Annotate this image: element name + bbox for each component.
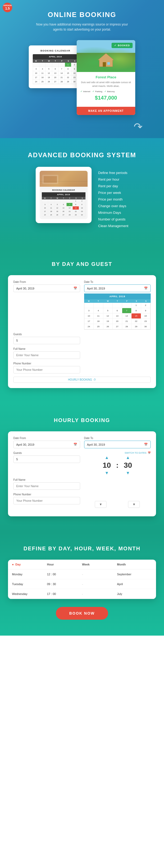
tablet-image-bar [40, 171, 88, 187]
phone-row-hourly: Phone Number ▼ ▼ [13, 493, 151, 508]
version-number: 1.5 [5, 7, 10, 10]
property-amenities: ✓ Internet ✓ Parking ✓ Balcony [80, 90, 132, 93]
hourly-form-card: Date From April 30, 2019 📅 Date To April… [8, 431, 156, 516]
property-price: $147,000 [80, 95, 132, 101]
time-dropdowns: ▼ ▼ [84, 501, 151, 508]
minute-down-arrow[interactable]: ▼ [126, 471, 130, 475]
amenity-balcony: ✓ Balcony [104, 90, 114, 93]
property-name: Forest Place [80, 75, 132, 79]
guests-row-hourly: Guests SWITCH TO DATES 📅 ▲ 10 ▼ [13, 452, 151, 475]
down-arrow-icon: ↷ [134, 121, 143, 133]
minute-dropdown[interactable]: ▼ [128, 501, 140, 508]
booked-badge: ✓ BOOKED [112, 43, 133, 48]
date-row: Date From April 30, 2019 📅 Date To April… [13, 280, 151, 330]
define-title: DEFINE BY DAY, HOUR, WEEK, MONTH [8, 546, 156, 552]
date-to-input[interactable]: April 30, 2019 📅 [84, 284, 151, 292]
online-booking-section: ONLINE BOOKING Now you have additional m… [0, 0, 164, 138]
feature-item: Price per month [97, 196, 128, 203]
calendar-icon: 📅 [144, 287, 148, 290]
hour-up-arrow[interactable]: ▲ [105, 456, 109, 460]
svg-rect-4 [44, 176, 57, 183]
feature-item: Change over days [97, 203, 128, 209]
calendar-icon: 📅 [74, 287, 77, 290]
define-table-header: ● Day Hour Week Month [8, 560, 156, 569]
full-name-col-hourly: Full Name [13, 478, 80, 490]
version-label: VERSION [3, 4, 12, 7]
define-table-card: ● Day Hour Week Month Monday 12 : 00 - S… [8, 560, 156, 599]
hour-col: ▲ 10 ▼ [100, 456, 113, 475]
define-th-week[interactable]: Week [82, 563, 117, 566]
guests-row: Guests [13, 333, 151, 344]
svg-rect-1 [103, 62, 106, 67]
mini-cal-month: APRIL 2019 [84, 293, 151, 299]
minute-col: ▲ 30 ▼ [121, 456, 134, 475]
hourly-booking-link[interactable]: HOURLY BOOKING ⏱ [13, 377, 151, 383]
define-th-day[interactable]: ● Day [12, 563, 47, 566]
by-day-guest-title: BY DAY AND GUEST [8, 261, 156, 267]
date-to-input-hourly[interactable]: April 30, 2019 📅 [84, 441, 151, 448]
row2-month: April [117, 583, 152, 586]
row3-month: July [117, 592, 152, 595]
row1-hour: 12 : 00 [47, 572, 82, 576]
phone-input[interactable] [13, 366, 80, 373]
phone-input-hourly[interactable] [13, 497, 80, 504]
switch-to-dates-label: SWITCH TO DATES [125, 452, 146, 454]
feature-item: Rent per hour [97, 176, 128, 183]
feature-item: Define free periods [97, 169, 128, 176]
mini-calendar: APRIL 2019 MTW TFSS 1 2 [84, 293, 151, 330]
row1-day: Monday [12, 572, 47, 576]
date-from-col-hourly: Date From April 30, 2019 📅 [13, 437, 80, 448]
guests-label-hourly: Guests [13, 452, 80, 455]
advanced-booking-title: ADVANCED BOOKING SYSTEM [8, 151, 156, 159]
cal-days-header: M T W T F S S [33, 59, 78, 63]
mini-cal-days-hdr: MTW TFSS [84, 299, 151, 303]
advanced-content: BOOKING CALENDAR APRIL 2019 MTW TFSS 1 2… [8, 167, 156, 232]
hour-down-arrow[interactable]: ▼ [105, 471, 109, 475]
define-th-hour[interactable]: Hour [47, 563, 82, 566]
tablet-cal-grid: 1 2 34 56 78 9 1011 1213 14 1516 1718 19… [42, 199, 85, 217]
define-section: DEFINE BY DAY, HOUR, WEEK, MONTH ● Day H… [0, 532, 164, 636]
features-list: Define free periods Rent per hour Rent p… [97, 167, 128, 232]
by-day-form-card: Date From April 30, 2019 📅 Date To April… [8, 275, 156, 388]
online-booking-subtitle: Now you have additional money earnings s… [34, 22, 130, 32]
amenity-internet: ✓ Internet [80, 90, 90, 93]
date-to-value: April 30, 2019 [87, 287, 105, 290]
tablet-cal-title: BOOKING CALENDAR [42, 189, 85, 191]
hourly-booking-label: HOURLY BOOKING [68, 378, 92, 381]
feature-item: Number of guests [97, 216, 128, 223]
phone-col-hourly: Phone Number [13, 493, 80, 508]
online-booking-title: ONLINE BOOKING [8, 11, 156, 19]
row1-week: - [82, 572, 117, 576]
mini-cal-grid[interactable]: 1 2 3 4 5 6 7 8 9 10 11 12 13 [84, 303, 151, 330]
booking-calendar-card: BOOKING CALENDAR APRIL 2019 M T W T F S … [29, 45, 82, 88]
row2-hour: 09 : 30 [47, 583, 82, 586]
hour-dropdown[interactable]: ▼ [95, 501, 107, 508]
cal-title: BOOKING CALENDAR [33, 50, 78, 52]
table-row: Monday 12 : 00 - September [8, 569, 156, 579]
make-appointment-button[interactable]: MAKE AN APPOINMENT [77, 107, 135, 115]
svg-rect-2 [107, 62, 110, 65]
book-now-button[interactable]: BOOK NOW [56, 607, 108, 620]
full-name-input[interactable] [13, 351, 80, 359]
minute-up-arrow[interactable]: ▲ [126, 456, 130, 460]
switch-to-dates[interactable]: SWITCH TO DATES 📅 [84, 452, 151, 454]
date-from-value: April 30, 2019 [16, 287, 34, 290]
full-name-label-hourly: Full Name [13, 478, 80, 481]
switch-dates-col: SWITCH TO DATES 📅 ▲ 10 ▼ : ▲ 30 [84, 452, 151, 475]
feature-item: Rent per day [97, 183, 128, 189]
date-from-label: Date From [13, 280, 80, 283]
phone-col: Phone Number [13, 362, 80, 373]
date-from-input[interactable]: April 30, 2019 📅 [13, 284, 80, 292]
tablet-calendar: BOOKING CALENDAR APRIL 2019 MTW TFSS 1 2… [40, 187, 88, 219]
date-to-label-hourly: Date To [84, 437, 151, 440]
guests-col-hourly: Guests [13, 452, 80, 475]
date-from-input-hourly[interactable]: April 30, 2019 📅 [13, 441, 80, 448]
feature-item: Minimum Days [97, 209, 128, 216]
property-image: ✓ BOOKED [77, 40, 135, 72]
clock-icon: ⏱ [93, 378, 96, 381]
hourly-booking-section: HOURLY BOOKING Date From April 30, 2019 … [0, 404, 164, 532]
full-name-input-hourly[interactable] [13, 482, 80, 490]
guests-input[interactable] [13, 337, 80, 344]
guests-input-hourly[interactable] [13, 456, 80, 463]
define-th-month[interactable]: Month [117, 563, 152, 566]
